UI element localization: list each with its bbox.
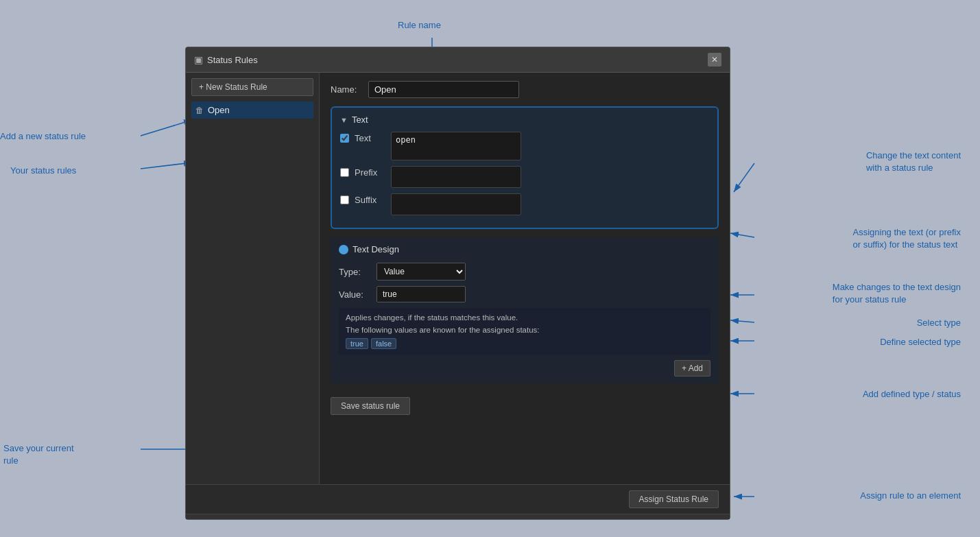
right-panel: Name: ▼ Text Text open Prefix xyxy=(320,73,730,484)
rule-item-label: Open xyxy=(208,105,230,115)
svg-line-7 xyxy=(730,320,754,322)
text-section-chevron: ▼ xyxy=(340,116,348,124)
suffix-field-row: Suffix xyxy=(340,193,709,215)
suffix-field-label: Suffix xyxy=(355,195,385,205)
design-circle-icon xyxy=(339,245,348,254)
prefix-checkbox[interactable] xyxy=(340,168,349,177)
suffix-checkbox[interactable] xyxy=(340,195,349,204)
suffix-field-textarea[interactable] xyxy=(391,193,521,215)
svg-line-4 xyxy=(734,163,754,192)
annotation-add-defined: Add defined type / status xyxy=(863,388,961,401)
svg-line-5 xyxy=(730,233,754,237)
save-status-rule-button[interactable]: Save status rule xyxy=(331,397,410,415)
rule-name-input[interactable] xyxy=(368,81,519,98)
new-status-rule-button[interactable]: + New Status Rule xyxy=(191,78,313,96)
svg-line-2 xyxy=(141,120,192,136)
type-select[interactable]: Value Contains Regex xyxy=(377,263,466,281)
save-row: Save status rule xyxy=(331,397,719,415)
status-rules-dialog: ▣ Status Rules ✕ + New Status Rule 🗑 Ope… xyxy=(185,47,730,520)
text-section-header[interactable]: ▼ Text xyxy=(340,115,709,125)
type-label: Type: xyxy=(339,267,370,277)
value-input[interactable] xyxy=(377,286,466,302)
name-label: Name: xyxy=(331,84,361,95)
add-btn-row: + Add xyxy=(339,360,710,377)
text-field-textarea[interactable]: open xyxy=(391,132,521,160)
info-box: Applies changes, if the status matches t… xyxy=(339,308,710,355)
text-section-label: Text xyxy=(352,115,368,125)
annotation-select-type: Select type xyxy=(917,317,961,329)
info-tags: true false xyxy=(346,338,704,349)
svg-line-3 xyxy=(141,163,192,169)
dialog-title-icon: ▣ xyxy=(194,54,203,65)
annotation-assigning-text: Assigning the text (or prefixor suffix) … xyxy=(852,226,961,251)
dialog-title-text: Status Rules xyxy=(207,55,258,65)
dialog-title: ▣ Status Rules xyxy=(194,54,258,65)
prefix-field-label: Prefix xyxy=(355,167,385,178)
annotation-text-design: Make changes to the text designfor your … xyxy=(833,281,961,306)
text-design-section: Text Design Type: Value Contains Regex V… xyxy=(331,237,719,383)
tag-true: true xyxy=(346,338,368,349)
annotation-assign-rule: Assign rule to an element xyxy=(860,490,961,502)
tag-false: false xyxy=(371,338,396,349)
design-header: Text Design xyxy=(339,244,710,254)
text-field-row: Text open xyxy=(340,132,709,160)
text-checkbox[interactable] xyxy=(340,134,349,143)
value-label: Value: xyxy=(339,289,370,300)
annotation-define-type: Define selected type xyxy=(880,336,961,348)
prefix-field-textarea[interactable] xyxy=(391,166,521,188)
dialog-titlebar: ▣ Status Rules ✕ xyxy=(186,47,730,73)
annotation-rule-name: Rule name xyxy=(398,19,441,32)
left-panel: + New Status Rule 🗑 Open xyxy=(186,73,320,484)
text-field-label: Text xyxy=(355,133,385,143)
annotation-save-rule: Save your currentrule xyxy=(3,442,74,467)
assign-status-rule-button[interactable]: Assign Status Rule xyxy=(629,490,719,508)
dialog-footer: Assign Status Rule xyxy=(186,484,730,514)
add-button[interactable]: + Add xyxy=(674,360,710,377)
annotation-your-rules: Your status rules xyxy=(10,165,76,177)
rule-item-delete-icon: 🗑 xyxy=(195,106,204,115)
name-row: Name: xyxy=(331,81,719,98)
prefix-field-row: Prefix xyxy=(340,166,709,188)
annotation-add-rule: Add a new status rule xyxy=(0,130,86,143)
type-row: Type: Value Contains Regex xyxy=(339,263,710,281)
dialog-close-button[interactable]: ✕ xyxy=(708,53,721,67)
dialog-body: + New Status Rule 🗑 Open Name: ▼ Text xyxy=(186,73,730,484)
text-section: ▼ Text Text open Prefix xyxy=(331,106,719,229)
rule-item-open[interactable]: 🗑 Open xyxy=(191,102,313,119)
info-text-1: Applies changes, if the status matches t… xyxy=(346,313,704,322)
design-label: Text Design xyxy=(352,244,399,254)
value-row: Value: xyxy=(339,286,710,302)
scrollbar[interactable] xyxy=(186,514,730,519)
info-text-2: The following values are known for the a… xyxy=(346,326,704,334)
annotation-change-text: Change the text contentwith a status rul… xyxy=(866,150,961,174)
